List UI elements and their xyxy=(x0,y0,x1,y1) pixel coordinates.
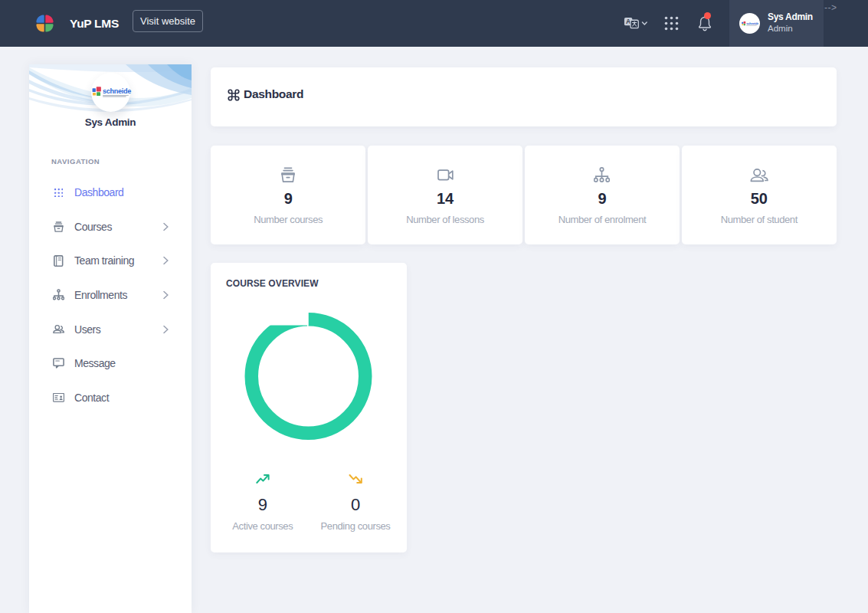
schneide-logo-text: schneide xyxy=(103,87,131,95)
translate-icon: A xyxy=(624,17,648,30)
sidebar-item-label: Contact xyxy=(74,392,109,404)
stat-label: Number of student xyxy=(721,214,798,225)
visit-website-button[interactable]: Visit website xyxy=(133,10,203,32)
apps-grid-button[interactable] xyxy=(664,0,679,47)
sidebar-item-message[interactable]: Message xyxy=(29,346,192,381)
legend-pending-courses: 0 Pending courses xyxy=(306,474,405,533)
sidebar-item-label: Dashboard xyxy=(74,186,123,198)
chart-legend: 9 Active courses 0 Pending courses xyxy=(211,474,407,533)
grid-dots-icon xyxy=(664,16,679,31)
sidebar-item-label: Team training xyxy=(74,254,134,267)
organization-logo-badge: schneide xyxy=(91,73,130,112)
stat-card-students: 50 Number of student xyxy=(682,146,837,244)
stat-value: 9 xyxy=(284,190,293,208)
stat-card-courses: 9 Number courses xyxy=(211,146,365,244)
user-role: Admin xyxy=(768,24,813,34)
stat-card-enrolment: 9 Number of enrolment xyxy=(525,146,680,244)
user-avatar: schneide xyxy=(739,13,760,34)
course-overview-card: COURSE OVERVIEW 9 Active courses xyxy=(211,263,407,552)
brand-name: YuP LMS xyxy=(70,17,119,31)
chevron-right-icon xyxy=(163,325,169,333)
legend-value: 0 xyxy=(351,495,360,515)
notification-badge xyxy=(704,12,711,19)
sidebar-item-label: Enrollments xyxy=(74,289,127,301)
grid-icon xyxy=(53,185,64,200)
legend-value: 9 xyxy=(258,495,267,515)
notifications-button[interactable] xyxy=(697,0,712,47)
sidebar-item-team-training[interactable]: Team training xyxy=(29,244,192,278)
legend-active-courses: 9 Active courses xyxy=(214,474,312,533)
stat-label: Number of lessons xyxy=(406,214,484,225)
trending-up-icon xyxy=(255,474,270,484)
user-menu[interactable]: schneide Sys Admin Admin xyxy=(729,0,824,47)
tray-icon xyxy=(280,166,296,184)
contact-card-icon xyxy=(53,390,64,405)
sidebar: schneide Sys Admin NAVIGATION Dashboard xyxy=(29,64,192,613)
sidebar-menu: Dashboard Courses xyxy=(29,175,192,415)
videocam-icon xyxy=(437,166,454,184)
language-selector[interactable]: A xyxy=(624,0,648,47)
stat-value: 9 xyxy=(598,190,606,208)
sidebar-item-enrollments[interactable]: Enrollments xyxy=(29,278,192,313)
stat-label: Number of enrolment xyxy=(558,214,647,225)
navigation-section-label: NAVIGATION xyxy=(51,157,100,166)
yup-lms-logo-icon xyxy=(36,15,54,32)
people-icon xyxy=(750,166,768,184)
network-icon xyxy=(594,166,610,184)
command-icon xyxy=(227,88,241,102)
stats-row: 9 Number courses 14 Number of lessons xyxy=(211,146,837,244)
schneide-logo-small: schneide xyxy=(742,21,758,27)
sidebar-item-users[interactable]: Users xyxy=(29,312,192,346)
trending-down-icon xyxy=(349,474,363,484)
sidebar-item-contact[interactable]: Contact xyxy=(29,381,192,415)
schneide-logo-text: schneide xyxy=(746,21,758,25)
stat-value: 50 xyxy=(751,190,768,208)
svg-text:A: A xyxy=(626,18,631,25)
chevron-right-icon xyxy=(163,291,169,300)
sidebar-item-label: Message xyxy=(74,357,116,369)
journal-icon xyxy=(53,254,64,268)
tray-icon xyxy=(53,219,64,234)
chevron-right-icon xyxy=(163,257,169,265)
user-name: Sys Admin xyxy=(768,12,813,23)
stat-label: Number courses xyxy=(254,214,323,225)
stat-card-lessons: 14 Number of lessons xyxy=(368,146,522,244)
chevron-right-icon xyxy=(163,222,169,231)
page-header-card: Dashboard xyxy=(211,67,837,126)
schneide-logo: schneide xyxy=(92,86,130,98)
sidebar-item-label: Courses xyxy=(74,221,112,233)
network-icon xyxy=(53,288,64,303)
legend-label: Active courses xyxy=(232,520,293,532)
people-icon xyxy=(53,322,64,336)
comment-artifact-text: --> xyxy=(824,2,837,13)
sidebar-item-dashboard[interactable]: Dashboard xyxy=(29,175,192,210)
brand[interactable]: YuP LMS xyxy=(36,0,119,47)
top-navbar: YuP LMS Visit website A xyxy=(0,0,868,47)
stat-value: 14 xyxy=(437,190,454,208)
page-title: Dashboard xyxy=(244,87,303,101)
chat-icon xyxy=(53,356,64,371)
sidebar-item-label: Users xyxy=(74,323,100,336)
legend-label: Pending courses xyxy=(321,520,391,532)
sidebar-item-courses[interactable]: Courses xyxy=(29,210,192,244)
sidebar-user-name: Sys Admin xyxy=(29,116,192,128)
